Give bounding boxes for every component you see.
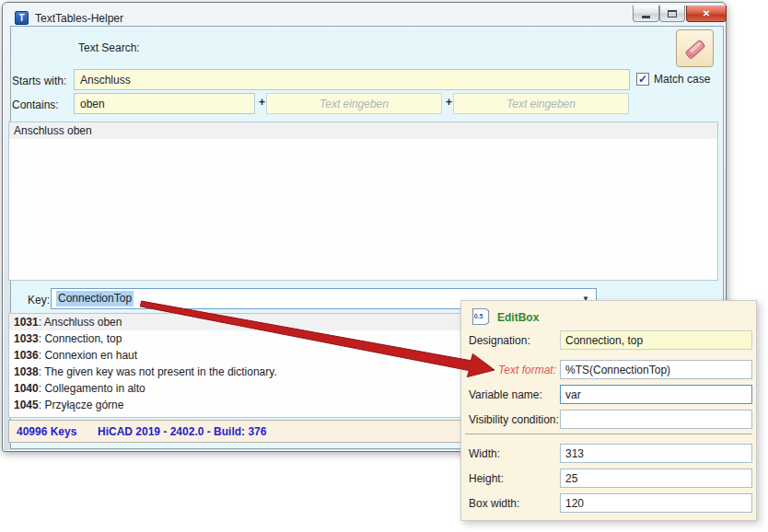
text-format-label: Text format:: [465, 364, 556, 376]
text-format-input[interactable]: [560, 360, 752, 379]
width-input[interactable]: [560, 444, 752, 463]
designation-input[interactable]: [560, 330, 752, 350]
designation-label: Designation:: [469, 334, 530, 347]
height-label: Height:: [469, 472, 504, 485]
contains-input-2[interactable]: [266, 93, 442, 114]
search-results-list: Anschluss oben: [8, 121, 718, 281]
keys-count: 40996 Keys: [17, 425, 76, 438]
translation-text: The given key was not present in the dic…: [44, 365, 277, 378]
plus-separator-2: +: [446, 96, 452, 109]
translation-id: 1040: [14, 382, 39, 395]
translation-text: Connection, top: [44, 332, 122, 345]
variable-name-input[interactable]: [560, 385, 752, 404]
match-case-checkbox[interactable]: ✓: [636, 73, 649, 86]
translation-text: Collegamento in alto: [44, 382, 145, 395]
search-result-item[interactable]: Anschluss oben: [9, 122, 717, 139]
maximize-icon: [668, 10, 677, 17]
eraser-icon: [682, 36, 708, 62]
editbox-panel-title: EditBox: [497, 311, 539, 324]
visibility-condition-input[interactable]: [560, 410, 752, 429]
panel-divider: [465, 434, 752, 434]
translation-text: Przyłącze górne: [44, 399, 123, 411]
starts-with-label: Starts with:: [12, 75, 66, 87]
box-width-input[interactable]: [560, 493, 752, 513]
translation-id: 1045: [14, 399, 39, 411]
close-button[interactable]: ✕: [686, 6, 727, 22]
height-input[interactable]: [560, 468, 752, 488]
text-search-label: Text Search:: [78, 41, 140, 54]
visibility-condition-label: Visibility condition:: [469, 413, 559, 426]
close-icon: ✕: [703, 8, 710, 18]
editbox-icon: 0.5: [471, 307, 491, 326]
minimize-icon: [642, 16, 650, 18]
title-bar[interactable]: T TextTables-Helper: [6, 6, 728, 26]
translation-text: Connexion en haut: [44, 349, 137, 362]
key-value-selected: ConnectionTop: [56, 291, 134, 306]
svg-text:0.5: 0.5: [474, 313, 483, 319]
variable-name-label: Variable name:: [469, 388, 542, 401]
plus-separator-1: +: [259, 96, 265, 109]
screen: T TextTables-Helper ✕ Text Search: Start…: [0, 0, 768, 532]
translation-id: 1036: [14, 349, 39, 362]
minimize-button[interactable]: [633, 6, 659, 22]
translation-text: Anschluss oben: [44, 316, 122, 329]
starts-with-input[interactable]: [74, 69, 630, 90]
app-icon: T: [15, 11, 29, 25]
match-case-option[interactable]: ✓ Match case: [636, 73, 710, 86]
contains-label: Contains:: [12, 98, 59, 111]
window-title: TextTables-Helper: [35, 12, 123, 25]
editbox-panel: 0.5 EditBox Designation: Text format: Va…: [460, 300, 757, 521]
translation-id: 1031: [14, 316, 39, 329]
translation-id: 1038: [14, 365, 39, 378]
clear-search-button[interactable]: [676, 29, 714, 67]
contains-input-3[interactable]: [453, 93, 629, 114]
translation-id: 1033: [14, 332, 39, 345]
box-width-label: Box width:: [469, 497, 519, 510]
width-label: Width:: [469, 447, 500, 460]
key-label: Key:: [28, 294, 50, 306]
match-case-label: Match case: [654, 73, 710, 86]
maximize-button[interactable]: [659, 6, 685, 22]
build-info: HiCAD 2019 - 2402.0 - Build: 376: [98, 425, 266, 438]
contains-input-1[interactable]: [74, 93, 255, 114]
